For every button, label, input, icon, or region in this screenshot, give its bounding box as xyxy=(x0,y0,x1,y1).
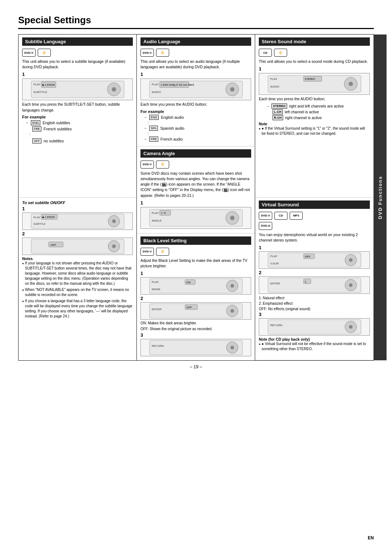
audio-example-spa: → SPA Spanish audio xyxy=(143,126,251,131)
step1-num: 1 xyxy=(22,72,133,77)
camera-dvd-icon: 📀 xyxy=(156,161,169,169)
eng-text: English subtitles xyxy=(42,121,70,125)
svg-text:ENTER: ENTER xyxy=(270,282,280,285)
vs-effect-2: 2: Emphasized effect xyxy=(259,301,370,306)
dvd-functions-label: DVD Functions xyxy=(377,176,383,219)
vs-step3-num: 3 xyxy=(259,312,370,317)
vs-step2-num: 2 xyxy=(259,270,370,275)
svg-text:PLAY: PLAY xyxy=(152,83,159,86)
tss-notes-label: Notes xyxy=(22,256,133,261)
virtual-surround-section: Virtual Surround DVD-V CD MP3 DVD-A You … xyxy=(255,198,373,361)
svg-point-39 xyxy=(230,284,234,288)
tss-step2-num: 2 xyxy=(22,231,133,236)
svg-point-25 xyxy=(230,87,234,92)
svg-text:MODE: MODE xyxy=(152,288,160,291)
camera-angle-section: Camera Angle DVD-V 📀 Some DVD discs may … xyxy=(137,146,255,234)
vs-desc: You can enjoy stereophonic virtual world… xyxy=(259,232,370,243)
svg-text:RETURN: RETURN xyxy=(270,324,282,327)
tss-note3: If you choose a language that has a 3 le… xyxy=(22,299,133,319)
svg-text:1: 1 xyxy=(305,280,306,283)
vs-step1-diagram: PLAY OFF V.SUR xyxy=(259,251,370,269)
bl-step1-diagram: PLAY ON MODE xyxy=(140,277,251,295)
vs-icons: DVD-V CD MP3 xyxy=(259,212,370,220)
svg-text:V.SUR: V.SUR xyxy=(270,262,279,265)
vs-dvdv-icon: DVD-V xyxy=(259,212,272,220)
page-number: – 19 – xyxy=(190,364,202,369)
virtual-surround-header: Virtual Surround xyxy=(259,200,370,209)
stereo-sound-header: Stereo Sound mode xyxy=(259,37,370,46)
black-level-icons: DVD-V 📀 xyxy=(140,248,251,256)
svg-text:PLAY: PLAY xyxy=(33,216,41,219)
stereo-box: STEREO xyxy=(271,104,287,109)
to-set-subtitle-section: To set subtitle ON/OFF 1 PLAY ▶ 1.ENG/6 … xyxy=(19,198,136,360)
svg-text:PLAY: PLAY xyxy=(270,77,278,81)
subtitle-icons: DVD-V 📀 xyxy=(22,49,133,57)
bl-dvdv-icon: DVD-V xyxy=(140,248,154,256)
svg-text:ANGLE: ANGLE xyxy=(152,219,162,222)
black-level-desc: Adjust the Black Level Setting to make t… xyxy=(140,258,251,269)
vs-icons2: DVD-A xyxy=(259,222,370,230)
tss-step1-num: 1 xyxy=(22,206,133,211)
svg-text:ENTER: ENTER xyxy=(152,308,162,311)
vs-step2-diagram: 1 ENTER xyxy=(259,276,370,294)
svg-text:OFF: OFF xyxy=(186,306,192,309)
camera-angle-desc: Some DVD discs may contain scenes which … xyxy=(140,171,251,198)
stereo-icons: CD 📀 xyxy=(259,49,370,57)
audio-step1-diagram: PLAY 1.ENG Dolby D 3/2.1ch 48k/3 AUDIO xyxy=(140,78,251,100)
svg-text:SUBTITLE: SUBTITLE xyxy=(33,90,47,94)
svg-text:PLAY: PLAY xyxy=(33,83,41,86)
svg-text:▶ 1.ENG/6: ▶ 1.ENG/6 xyxy=(42,84,55,86)
audio-example-eng: → ENG English audio xyxy=(143,115,251,120)
svg-text:OFF: OFF xyxy=(50,243,56,247)
to-set-subtitle-header: To set subtitle ON/OFF xyxy=(22,200,133,205)
svg-text:PLAY: PLAY xyxy=(152,211,159,215)
bl-step3-num: 3 xyxy=(140,332,251,338)
svg-point-49 xyxy=(230,346,234,349)
bl-step3-diagram: RETURN xyxy=(140,339,251,356)
svg-point-63 xyxy=(349,258,352,262)
main-grid: Subtitle Language DVD-V 📀 This unit allo… xyxy=(18,34,374,361)
audio-examples: → ENG English audio ⋮ → SPA Spanish audi… xyxy=(143,115,251,142)
rch-text: right channel is active xyxy=(285,116,322,120)
audio-lang-desc: This unit allows you to select an audio … xyxy=(140,59,251,70)
col-stereo-sound: Stereo Sound mode CD 📀 This unit allows … xyxy=(255,35,373,360)
stereo-dvd-icon: 📀 xyxy=(274,49,287,57)
fre-text: French subtitles xyxy=(44,127,72,131)
step1-subtitle-diagram: PLAY ▶ 1.ENG/6 SUBTITLE xyxy=(22,78,133,100)
subtitle-lang-desc: This unit allows you to select a subtitl… xyxy=(22,59,133,70)
audio-example-fre: → FRE French audio xyxy=(143,137,251,142)
dvd-functions-sidebar: DVD Functions xyxy=(373,35,387,360)
svg-point-45 xyxy=(230,309,234,313)
svg-point-6 xyxy=(112,87,116,92)
example-row-fre: FRE French subtitles xyxy=(32,126,133,131)
audio-eng-text: English audio xyxy=(161,115,184,119)
page-title: Special Settings xyxy=(18,15,374,29)
audio-step1-num: 1 xyxy=(140,72,251,77)
audio-fre-text: French audio xyxy=(160,137,183,141)
vs-note: ● Virtual Surround will not be effective… xyxy=(259,341,370,352)
svg-text:RETURN: RETURN xyxy=(152,344,164,348)
tss-note2: When "NOT AVAILABLE" appears on the TV s… xyxy=(22,287,133,297)
subtitle-language-section: Subtitle Language DVD-V 📀 This unit allo… xyxy=(19,35,136,198)
audio-dvdv-icon: DVD-V xyxy=(140,49,154,57)
stereo-examples: → STEREO right and left channels are act… xyxy=(262,104,370,120)
vs-dvda-icon: DVD-A xyxy=(259,222,272,230)
svg-point-69 xyxy=(349,283,352,287)
svg-text:AUDIO: AUDIO xyxy=(270,85,279,88)
audio-spa-text: Spanish audio xyxy=(160,126,184,130)
bl-step2-diagram: OFF ENTER xyxy=(140,302,251,320)
col-subtitle-language: Subtitle Language DVD-V 📀 This unit allo… xyxy=(19,35,137,360)
audio-icons: DVD-V 📀 xyxy=(140,49,251,57)
audio-dvd-icon: 📀 xyxy=(156,49,169,57)
subtitle-step-caption: Each time you press the SUBTITLE/T-SET b… xyxy=(22,102,133,113)
vs-note-label: Note (for CD play back only) xyxy=(259,337,370,341)
vs-effect-notes: 1: Natural effect 2: Emphasized effect O… xyxy=(259,295,370,312)
svg-point-56 xyxy=(348,82,353,86)
example-row-eng: → ENG English subtitles xyxy=(25,120,133,125)
svg-point-18 xyxy=(112,244,116,248)
fre-box: FRE xyxy=(32,126,41,131)
stereo-step-caption: Each time you press the AUDIO button; xyxy=(259,96,370,102)
vs-mp3-icon: MP3 xyxy=(290,212,303,220)
black-level-header: Black Level Setting xyxy=(140,236,251,245)
svg-text:▶ 1.ENG/6: ▶ 1.ENG/6 xyxy=(42,216,55,218)
